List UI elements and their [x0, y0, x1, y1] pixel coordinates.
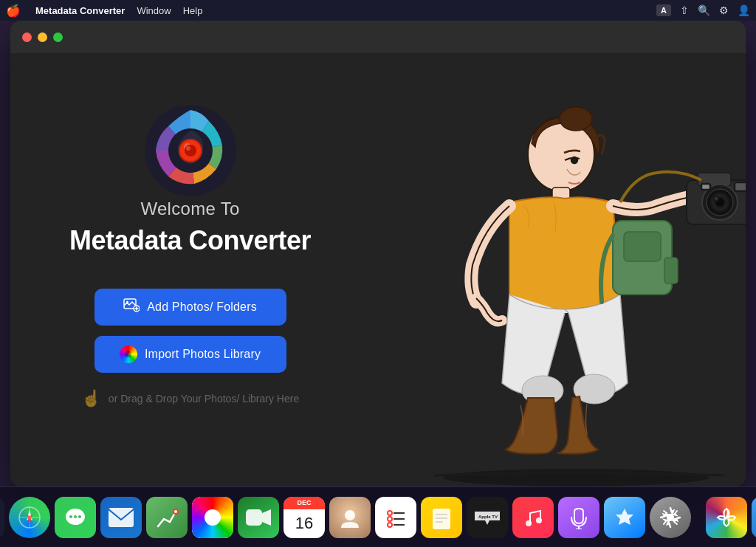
calendar-day: 16	[284, 509, 325, 537]
spotlight-icon[interactable]: 🔍	[698, 4, 710, 16]
svg-rect-60	[246, 509, 262, 526]
dock-item-launchpad[interactable]	[0, 497, 4, 538]
welcome-subtitle: Welcome To	[140, 199, 239, 219]
dock-item-messages[interactable]	[55, 497, 96, 538]
svg-point-30	[574, 159, 577, 161]
svg-point-31	[443, 469, 709, 486]
minimize-button[interactable]	[38, 32, 47, 42]
svg-point-53	[69, 515, 72, 518]
menubar-right-icons: A ⇧ 🔍 ⚙ 👤	[656, 4, 750, 16]
app-logo	[142, 103, 238, 199]
calendar-month: DEC	[284, 497, 325, 510]
svg-rect-27	[624, 232, 661, 261]
dock-item-contacts[interactable]	[329, 497, 371, 538]
fullscreen-button[interactable]	[53, 32, 63, 42]
svg-point-75	[536, 517, 542, 523]
svg-point-6	[186, 146, 190, 151]
dock-item-facetime[interactable]	[238, 497, 279, 538]
drag-drop-text: or Drag & Drop Your Photos/ Library Here	[109, 393, 299, 405]
svg-rect-22	[701, 184, 710, 190]
add-photos-button[interactable]: Add Photos/ Folders	[94, 289, 286, 326]
svg-rect-28	[664, 258, 678, 283]
svg-point-13	[560, 107, 592, 131]
apple-menu-icon[interactable]: 🍎	[6, 4, 21, 18]
menubar: 🍎 Metadata Converter Window Help A ⇧ 🔍 ⚙…	[0, 0, 756, 21]
window-titlebar	[10, 21, 746, 53]
import-library-button[interactable]: Import Photos Library	[94, 336, 286, 373]
svg-point-8	[126, 301, 128, 303]
svg-marker-61	[262, 509, 271, 526]
dock-item-mail[interactable]	[100, 497, 142, 538]
svg-point-74	[526, 520, 532, 526]
app-menu-name[interactable]: Metadata Converter	[35, 5, 125, 16]
add-photos-label: Add Photos/ Folders	[147, 300, 257, 314]
user-account-icon[interactable]: 👤	[738, 4, 750, 16]
menu-help[interactable]: Help	[183, 5, 203, 16]
svg-point-67	[388, 523, 392, 527]
dock-item-safari[interactable]	[9, 497, 50, 538]
dock-item-podcasts[interactable]	[558, 497, 599, 538]
svg-text:Apple TV: Apple TV	[478, 515, 498, 519]
welcome-panel: Welcome To Metadata Converter Add Photos…	[69, 103, 311, 408]
svg-point-21	[714, 196, 718, 201]
svg-point-65	[388, 517, 392, 521]
svg-point-63	[388, 511, 392, 515]
text-input-icon: A	[656, 4, 671, 16]
svg-rect-69	[433, 509, 450, 529]
dock-item-calendar[interactable]: DEC 16	[284, 497, 325, 538]
close-button[interactable]	[22, 32, 32, 42]
dock: DEC 16 Apple TV	[0, 486, 756, 547]
dock-item-reminders[interactable]	[375, 497, 416, 538]
dock-item-maps[interactable]	[146, 497, 188, 538]
svg-point-54	[74, 515, 77, 518]
svg-point-55	[78, 515, 81, 518]
drag-hand-icon: ☝	[81, 389, 101, 408]
svg-point-59	[174, 510, 177, 513]
dock-item-nova[interactable]	[706, 497, 747, 538]
import-library-label: Import Photos Library	[145, 348, 261, 361]
menu-window[interactable]: Window	[137, 5, 171, 16]
window-content: Welcome To Metadata Converter Add Photos…	[10, 53, 746, 486]
svg-rect-23	[735, 182, 746, 191]
add-photos-icon	[123, 297, 140, 317]
dock-item-photos[interactable]	[192, 497, 233, 538]
svg-point-62	[345, 510, 355, 520]
dock-item-appstore[interactable]	[604, 497, 645, 538]
dock-item-system-preferences[interactable]	[650, 497, 691, 538]
dock-item-notes[interactable]	[421, 497, 462, 538]
svg-point-5	[185, 145, 196, 156]
dock-item-appletv[interactable]: Apple TV	[467, 497, 508, 538]
app-title: Metadata Converter	[69, 225, 311, 256]
svg-rect-56	[109, 508, 134, 527]
import-library-icon	[120, 345, 137, 363]
photographer-illustration	[347, 58, 746, 486]
airdrop-icon[interactable]: ⇧	[680, 4, 689, 16]
traffic-lights	[22, 32, 63, 42]
app-window: Welcome To Metadata Converter Add Photos…	[10, 21, 746, 486]
dock-item-music[interactable]	[512, 497, 554, 538]
dock-item-downloads[interactable]	[752, 497, 756, 538]
drag-drop-hint: ☝ or Drag & Drop Your Photos/ Library He…	[81, 389, 299, 408]
control-center-icon[interactable]: ⚙	[719, 4, 729, 16]
